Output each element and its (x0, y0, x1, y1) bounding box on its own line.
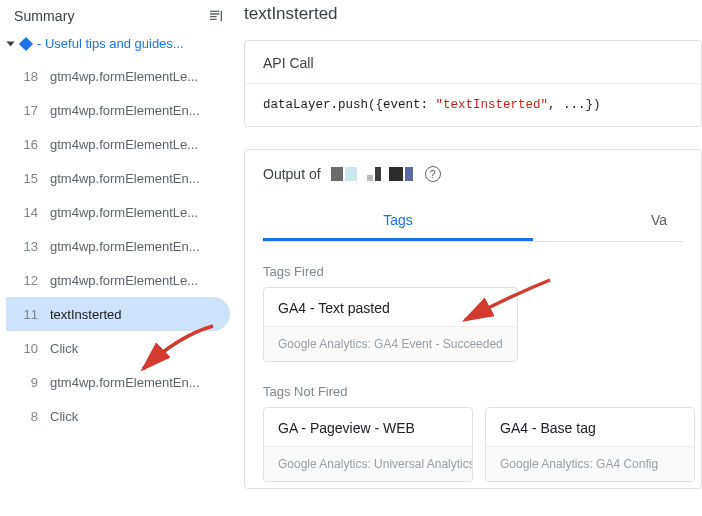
container-id-redacted (331, 167, 413, 181)
tag-name: GA4 - Text pasted (264, 288, 517, 326)
sidebar-item-label: gtm4wp.formElementEn... (50, 239, 200, 254)
sidebar-item-index: 13 (16, 239, 38, 254)
tag-meta: Google Analytics: GA4 Event - Succeeded (264, 326, 517, 361)
output-tabs: Tags Va (263, 202, 683, 242)
tag-name: GA - Pageview - WEB (264, 408, 472, 446)
main-panel: textInsterted API Call dataLayer.push({e… (230, 0, 702, 489)
sidebar-item[interactable]: 14gtm4wp.formElementLe... (6, 195, 230, 229)
tag-card[interactable]: GA4 - Text pastedGoogle Analytics: GA4 E… (263, 287, 518, 362)
sidebar-item-index: 14 (16, 205, 38, 220)
tags-fired-label: Tags Fired (263, 264, 683, 279)
sidebar-item-index: 8 (16, 409, 38, 424)
sidebar-item[interactable]: 18gtm4wp.formElementLe... (6, 59, 230, 93)
sidebar-item-index: 12 (16, 273, 38, 288)
sidebar-item[interactable]: 10Click (6, 331, 230, 365)
tag-card[interactable]: GA4 - Base tagGoogle Analytics: GA4 Conf… (485, 407, 695, 482)
sidebar-item-label: Click (50, 341, 78, 356)
sidebar-event-list: 18gtm4wp.formElementLe...17gtm4wp.formEl… (6, 59, 230, 433)
sidebar-item-label: gtm4wp.formElementEn... (50, 171, 200, 186)
notes-icon[interactable] (208, 8, 224, 24)
sidebar-summary[interactable]: Summary (6, 6, 230, 34)
tab-variables[interactable]: Va (647, 202, 667, 241)
caret-down-icon (7, 41, 15, 46)
sidebar-item-index: 10 (16, 341, 38, 356)
tag-card[interactable]: GA - Pageview - WEBGoogle Analytics: Uni… (263, 407, 473, 482)
help-icon[interactable]: ? (425, 166, 441, 182)
sidebar-item[interactable]: 17gtm4wp.formElementEn... (6, 93, 230, 127)
sidebar-item-index: 9 (16, 375, 38, 390)
sidebar-item-label: gtm4wp.formElementLe... (50, 273, 198, 288)
summary-label: Summary (14, 8, 75, 24)
page-title: textInsterted (244, 4, 702, 24)
sidebar-item-label: gtm4wp.formElementLe... (50, 205, 198, 220)
sidebar-item[interactable]: 13gtm4wp.formElementEn... (6, 229, 230, 263)
api-call-header: API Call (245, 41, 701, 84)
tags-fired-list: GA4 - Text pastedGoogle Analytics: GA4 E… (263, 287, 683, 362)
tags-not-fired-label: Tags Not Fired (263, 384, 683, 399)
tag-name: GA4 - Base tag (486, 408, 694, 446)
api-call-code: dataLayer.push({event: "textInsterted", … (245, 84, 701, 126)
sidebar-item-label: textInsterted (50, 307, 122, 322)
output-of-label: Output of (263, 166, 321, 182)
sidebar-item-label: gtm4wp.formElementEn... (50, 375, 200, 390)
diamond-icon (19, 36, 33, 50)
sidebar-item[interactable]: 8Click (6, 399, 230, 433)
sidebar: Summary - Useful tips and guides... 18gt… (0, 0, 230, 489)
sidebar-item[interactable]: 16gtm4wp.formElementLe... (6, 127, 230, 161)
output-header: Output of ? (263, 166, 683, 182)
sidebar-item-label: gtm4wp.formElementEn... (50, 103, 200, 118)
sidebar-item-label: gtm4wp.formElementLe... (50, 69, 198, 84)
api-call-card: API Call dataLayer.push({event: "textIns… (244, 40, 702, 127)
sidebar-group-label: - Useful tips and guides... (37, 36, 184, 51)
output-card: Output of ? Tags Va Tags Fired GA4 (244, 149, 702, 489)
sidebar-item-index: 18 (16, 69, 38, 84)
sidebar-item[interactable]: 12gtm4wp.formElementLe... (6, 263, 230, 297)
sidebar-item[interactable]: 15gtm4wp.formElementEn... (6, 161, 230, 195)
sidebar-item-index: 17 (16, 103, 38, 118)
tab-tags[interactable]: Tags (263, 202, 533, 241)
sidebar-group[interactable]: - Useful tips and guides... (6, 34, 230, 53)
sidebar-item-label: gtm4wp.formElementLe... (50, 137, 198, 152)
tags-not-fired-list: GA - Pageview - WEBGoogle Analytics: Uni… (263, 407, 683, 482)
sidebar-item[interactable]: 11textInsterted (6, 297, 230, 331)
sidebar-item[interactable]: 9gtm4wp.formElementEn... (6, 365, 230, 399)
sidebar-item-index: 15 (16, 171, 38, 186)
sidebar-item-index: 16 (16, 137, 38, 152)
sidebar-item-index: 11 (16, 307, 38, 322)
tag-meta: Google Analytics: GA4 Config (486, 446, 694, 481)
tag-meta: Google Analytics: Universal Analytics (264, 446, 472, 481)
sidebar-item-label: Click (50, 409, 78, 424)
